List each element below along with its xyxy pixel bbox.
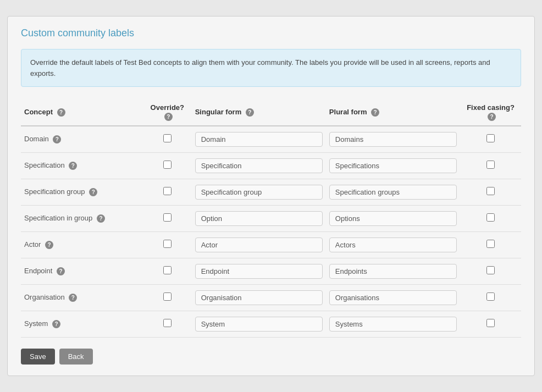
override-checkbox-1[interactable] xyxy=(163,161,172,169)
concept-cell-7: System ? xyxy=(21,311,143,337)
plural-cell-1 xyxy=(326,152,460,179)
row-help-icon[interactable]: ? xyxy=(69,162,77,170)
table-row: Actor ? xyxy=(21,231,521,258)
header-concept: Concept ? xyxy=(21,99,143,125)
concept-label: Organisation xyxy=(24,293,65,301)
row-help-icon[interactable]: ? xyxy=(97,214,105,223)
override-checkbox-0[interactable] xyxy=(163,134,172,142)
override-cell-2 xyxy=(143,179,192,205)
page-title: Custom community labels xyxy=(21,27,521,39)
fixed-cell-5 xyxy=(460,258,521,284)
concept-label: Specification xyxy=(24,161,65,169)
plural-cell-3 xyxy=(326,205,460,231)
singular-cell-3 xyxy=(192,205,326,231)
singular-input-1[interactable] xyxy=(195,158,323,173)
singular-input-6[interactable] xyxy=(195,290,323,305)
fixed-cell-0 xyxy=(460,126,521,153)
info-box: Override the default labels of Test Bed … xyxy=(21,49,521,87)
fixed-checkbox-7[interactable] xyxy=(486,319,495,327)
singular-input-7[interactable] xyxy=(195,317,323,332)
singular-cell-7 xyxy=(192,311,326,337)
table-row: Endpoint ? xyxy=(21,258,521,284)
singular-cell-6 xyxy=(192,284,326,311)
concept-label: System xyxy=(24,319,48,328)
plural-cell-2 xyxy=(326,179,460,205)
header-singular: Singular form ? xyxy=(192,99,326,125)
override-checkbox-7[interactable] xyxy=(163,319,172,327)
header-fixed: Fixed casing? ? xyxy=(460,99,521,125)
singular-cell-2 xyxy=(192,179,326,205)
fixed-checkbox-6[interactable] xyxy=(486,292,495,301)
fixed-checkbox-2[interactable] xyxy=(486,187,495,195)
fixed-checkbox-0[interactable] xyxy=(486,134,495,142)
override-checkbox-4[interactable] xyxy=(163,240,172,248)
concept-help-icon[interactable]: ? xyxy=(57,108,65,117)
fixed-cell-1 xyxy=(460,152,521,179)
plural-input-6[interactable] xyxy=(329,290,457,305)
override-cell-7 xyxy=(143,311,192,337)
fixed-cell-3 xyxy=(460,205,521,231)
override-help-icon[interactable]: ? xyxy=(164,113,173,121)
table-row: Organisation ? xyxy=(21,284,521,311)
override-checkbox-5[interactable] xyxy=(163,266,172,274)
plural-input-0[interactable] xyxy=(329,132,457,147)
concept-cell-3: Specification in group ? xyxy=(21,205,143,231)
plural-input-4[interactable] xyxy=(329,238,457,252)
plural-input-1[interactable] xyxy=(329,158,457,173)
header-plural: Plural form ? xyxy=(326,99,460,125)
concept-cell-1: Specification ? xyxy=(21,152,143,179)
singular-input-2[interactable] xyxy=(195,185,323,200)
table-row: Specification ? xyxy=(21,152,521,179)
table-row: Specification in group ? xyxy=(21,205,521,231)
row-help-icon[interactable]: ? xyxy=(52,320,60,328)
override-cell-4 xyxy=(143,231,192,258)
singular-cell-5 xyxy=(192,258,326,284)
plural-help-icon[interactable]: ? xyxy=(371,108,379,117)
plural-input-2[interactable] xyxy=(329,185,457,200)
info-text: Override the default labels of Test Bed … xyxy=(30,58,490,78)
concept-label: Specification group xyxy=(24,187,85,196)
concept-cell-6: Organisation ? xyxy=(21,284,143,311)
fixed-checkbox-1[interactable] xyxy=(486,161,495,169)
row-help-icon[interactable]: ? xyxy=(45,241,53,249)
fixed-cell-6 xyxy=(460,284,521,311)
plural-cell-5 xyxy=(326,258,460,284)
plural-input-7[interactable] xyxy=(329,317,457,332)
singular-input-4[interactable] xyxy=(195,238,323,252)
plural-input-3[interactable] xyxy=(329,211,457,226)
plural-cell-4 xyxy=(326,231,460,258)
footer: Save Back xyxy=(21,349,521,365)
fixed-checkbox-5[interactable] xyxy=(486,266,495,274)
fixed-help-icon[interactable]: ? xyxy=(488,113,496,121)
row-help-icon[interactable]: ? xyxy=(69,294,77,302)
back-button[interactable]: Back xyxy=(59,349,93,365)
row-help-icon[interactable]: ? xyxy=(89,188,97,196)
override-cell-6 xyxy=(143,284,192,311)
plural-cell-7 xyxy=(326,311,460,337)
table-row: Specification group ? xyxy=(21,179,521,205)
fixed-cell-2 xyxy=(460,179,521,205)
fixed-checkbox-4[interactable] xyxy=(486,240,495,248)
override-checkbox-3[interactable] xyxy=(163,213,172,222)
table-row: Domain ? xyxy=(21,126,521,153)
fixed-checkbox-3[interactable] xyxy=(486,213,495,222)
singular-input-0[interactable] xyxy=(195,132,323,147)
table-body: Domain ?Specification ?Specification gro… xyxy=(21,126,521,338)
concept-cell-0: Domain ? xyxy=(21,126,143,153)
singular-input-3[interactable] xyxy=(195,211,323,226)
row-help-icon[interactable]: ? xyxy=(53,135,61,143)
plural-input-5[interactable] xyxy=(329,264,457,279)
singular-cell-0 xyxy=(192,126,326,153)
singular-help-icon[interactable]: ? xyxy=(246,108,254,117)
concept-cell-2: Specification group ? xyxy=(21,179,143,205)
plural-cell-0 xyxy=(326,126,460,153)
save-button[interactable]: Save xyxy=(21,349,55,365)
override-checkbox-6[interactable] xyxy=(163,292,172,301)
row-help-icon[interactable]: ? xyxy=(57,267,65,275)
override-checkbox-2[interactable] xyxy=(163,187,172,195)
override-cell-0 xyxy=(143,126,192,153)
concept-label: Endpoint xyxy=(24,267,52,275)
concept-label: Specification in group xyxy=(24,214,92,222)
singular-input-5[interactable] xyxy=(195,264,323,279)
override-cell-5 xyxy=(143,258,192,284)
